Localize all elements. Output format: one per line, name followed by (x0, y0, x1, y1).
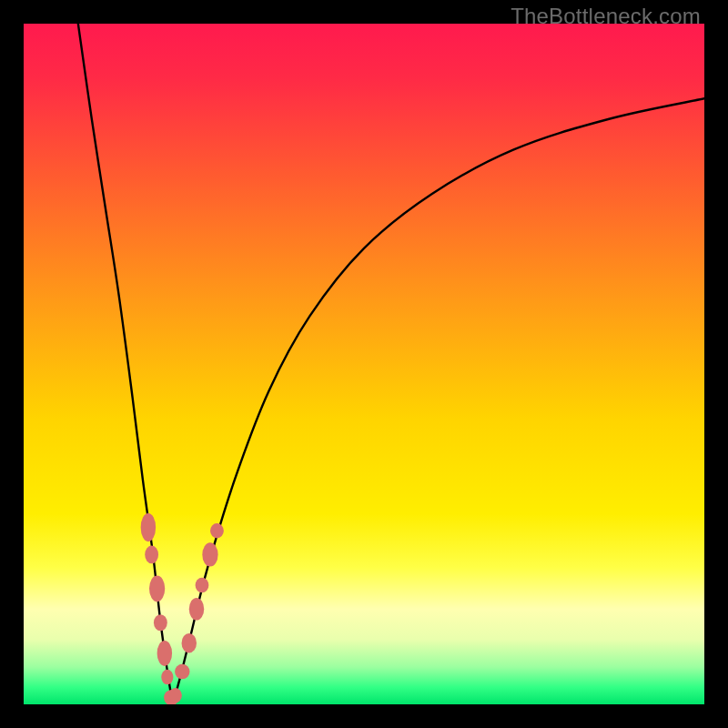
bottleneck-curve (24, 24, 704, 704)
plot-area (24, 24, 704, 704)
data-point (202, 542, 217, 566)
curve-left-branch (78, 24, 173, 704)
data-point (154, 614, 167, 631)
watermark-text: TheBottleneck.com (511, 4, 701, 29)
data-point (210, 523, 224, 538)
data-point (189, 598, 204, 621)
data-point (141, 513, 156, 541)
data-point (169, 688, 182, 703)
data-point (175, 664, 189, 679)
data-point (149, 575, 165, 602)
data-point-markers (141, 513, 224, 704)
data-point (196, 578, 209, 592)
data-point (161, 670, 173, 684)
data-point (157, 641, 172, 666)
data-point (182, 633, 197, 652)
data-point (145, 546, 158, 564)
chart-frame: TheBottleneck.com (0, 0, 728, 728)
curve-right-branch (173, 98, 704, 704)
